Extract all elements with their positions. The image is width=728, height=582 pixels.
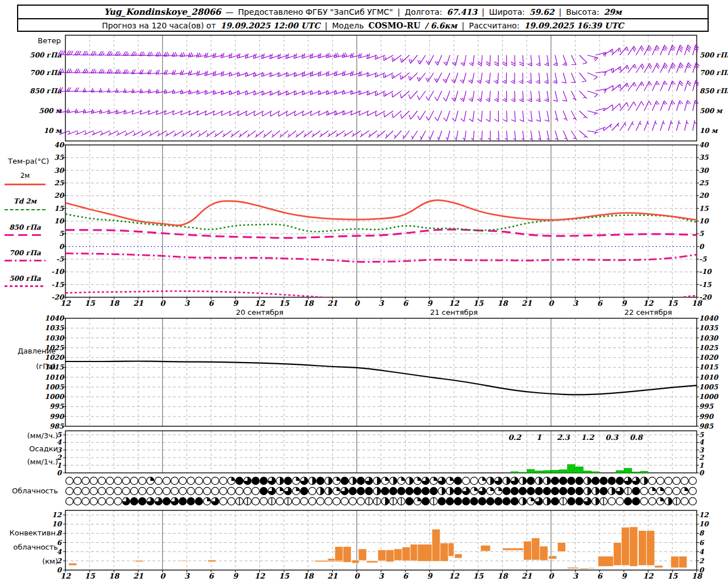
precip-bar [584,471,591,473]
convective-bar [523,541,531,560]
wind-barb-row [59,100,698,122]
convective-bar [402,547,410,561]
precip-bar [592,472,599,473]
convective-bar [567,567,578,568]
precip-bar [543,471,551,473]
precip-bar [568,464,575,473]
convective-bar [455,554,462,558]
convective-bar [335,547,343,561]
convective-bar [588,568,594,569]
convective-bar [440,543,448,561]
precipitation-panel [63,431,699,473]
convective-bar [181,560,188,562]
convective-bar [343,547,351,562]
convective-bar [386,550,394,562]
convective-bar [366,561,378,563]
cloudiness-panel [66,477,697,505]
precip-bar [624,468,631,473]
convective-bar [358,549,366,560]
precip-bar [560,470,567,473]
precip-bar [576,467,583,473]
cloud-symbol-row [66,497,697,505]
convective-bar [502,548,523,550]
precip-bar [616,471,623,473]
convective-bar [580,568,588,569]
convective-bar [417,544,432,562]
precip-bar [511,472,518,473]
convective-bar [613,543,621,566]
convective-bar [549,556,557,559]
convective-bar [639,530,647,565]
precip-bar [527,469,535,473]
convective-bar [69,563,77,566]
convective-bar [481,545,490,551]
precip-bar [535,471,543,473]
convective-bar [557,543,565,552]
convective-bar [630,527,638,567]
convective-bar [432,529,440,562]
convective-bar [655,566,663,568]
convective-bar [647,530,655,565]
convective-bar [394,549,402,560]
cloud-symbol-row [66,477,697,484]
temperature-panel [65,145,697,302]
wind-barb-row [59,120,696,142]
precip-bar [632,472,640,473]
meteogram-page: { "header": { "station": "Yug_Kondinskoy… [0,0,728,582]
precip-bar [519,472,526,473]
convective-bar [671,556,679,568]
precip-bar [551,470,559,473]
convective-bar [328,559,336,561]
convective-panel [63,510,699,572]
wind-barb-row [59,63,699,84]
convective-bar [378,550,386,560]
convective-bar [135,560,143,562]
convective-bar [532,538,540,560]
convective-bar [352,560,359,563]
meteogram-svg [0,0,728,582]
convective-bar [540,546,548,560]
wind-barb-row [59,81,699,102]
convective-bar [679,556,687,568]
convective-bar [208,560,216,562]
precip-bar [640,471,648,473]
pressure-panel [65,318,697,426]
cloud-symbol-row [66,487,697,494]
wind-panel [59,35,699,142]
wind-barb-row [59,45,698,66]
convective-bar [622,527,630,566]
convective-bar [598,556,613,567]
convective-bar [448,543,454,556]
convective-bar [410,544,417,561]
